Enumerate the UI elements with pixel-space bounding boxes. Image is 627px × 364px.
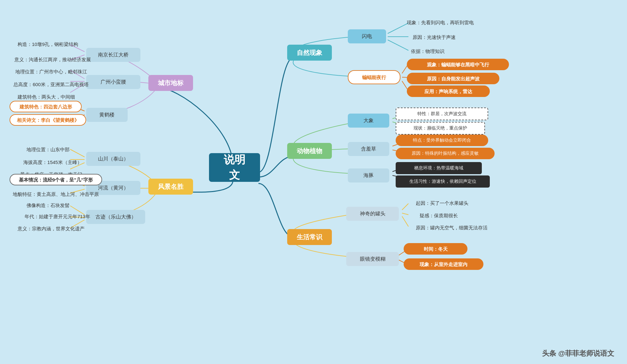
guangzhou-leaf1: 地理位置：广州市中心，毗邻珠江 <box>10 66 93 77</box>
bat-leaf3: 应用：声响系统，雷达 <box>407 85 490 97</box>
lightning-leaf3: 依据：物理知识 <box>389 45 466 57</box>
foggy-leaf1: 时间：冬天 <box>404 243 467 255</box>
leshan-leaf3: 意义：宗教内涵，世界文化遗产 <box>10 223 93 234</box>
node-bat: 蝙蝠能夜行 <box>348 70 400 84</box>
yellow-river-leaf1: 基本情况：流经9个省，呈"几"字形 <box>10 174 102 185</box>
dolphin-leaf2: 生活习性：游速快，依赖回声定位 <box>396 175 490 188</box>
center-node: 说明文 <box>209 153 260 182</box>
node-yellow-crane: 黄鹤楼 <box>86 108 128 122</box>
branch-scenic-spots: 风景名胜 <box>148 179 193 195</box>
lightning-leaf1: 现象：先看到闪电，再听到雷电 <box>389 16 491 29</box>
elephant-leaf1: 特性：群居，次声波交流 <box>396 108 488 120</box>
bat-leaf1: 观象：蝙蝠能够在黑暗中飞行 <box>407 59 509 70</box>
node-dolphin: 海豚 <box>348 168 389 182</box>
nanjing-leaf2: 意义：沟通长江两岸，推动经济发展 <box>10 54 96 65</box>
node-elephant: 大象 <box>348 114 389 128</box>
leshan-leaf2: 年代：始建于唐开元元年713年 <box>10 211 105 222</box>
foggy-leaf2: 现象：从室外走进室内 <box>404 258 483 270</box>
mimosa-leaf1: 特点：受外界触动会立即闭合 <box>396 135 488 146</box>
dolphin-leaf1: 栖息环境：热带温暖海域 <box>396 162 482 174</box>
canned-leaf2: 疑感：保质期很长 <box>404 210 474 221</box>
branch-natural-phenomena: 自然现象 <box>287 45 332 61</box>
taishan-leaf2: 海拔高度：1545米（主峰） <box>10 156 96 168</box>
leshan-leaf1: 佛像构造：石块发髻 <box>10 199 86 211</box>
node-lightning: 闪电 <box>348 29 386 43</box>
lightning-leaf2: 原因：光速快于声速 <box>389 31 479 43</box>
taishan-leaf1: 地理位置：山东中部 <box>10 144 86 155</box>
node-foggy-glasses: 眼镜变模糊 <box>346 252 399 266</box>
bat-leaf2: 原因：自身能发出超声波 <box>407 73 499 84</box>
canned-leaf1: 起因：买了一个水果罐头 <box>404 197 480 209</box>
mimosa-leaf2: 原因：特殊的叶振结构，感应灵敏 <box>396 148 495 159</box>
node-canned-food: 神奇的罐头 <box>346 207 399 221</box>
yellow-river-leaf2: 地貌特征：黄土高原、地上河、冲击平原 <box>10 188 102 200</box>
branch-city-landmarks: 城市地标 <box>148 75 193 91</box>
branch-life-knowledge: 生活常识 <box>287 229 332 245</box>
watermark: 头条 @菲菲老师说语文 <box>542 349 614 358</box>
nanjing-leaf1: 构造：10墩9孔，钢桁梁结构 <box>10 38 86 50</box>
canned-leaf3: 原因：罐内无空气，细菌无法存活 <box>404 222 499 233</box>
node-guangzhou-tower: 广州小蛮腰 <box>86 75 140 89</box>
mind-map: 说明文 自然现象 闪电 现象：先看到闪电，再听到雷电 原因：光速快于声速 依据：… <box>0 0 627 364</box>
node-mimosa: 含羞草 <box>348 142 389 156</box>
yellow-crane-leaf2: 相关诗文：李白《望黄鹤楼》 <box>10 114 86 126</box>
branch-animals-plants: 动物植物 <box>287 143 332 159</box>
yellow-crane-leaf1: 建筑特色：四边套八边形 <box>10 101 82 112</box>
guangzhou-leaf2: 总高度：600米，亚洲第二高电视塔 <box>10 78 93 90</box>
elephant-leaf2: 现状：濒临灭绝，重点保护 <box>396 122 485 135</box>
